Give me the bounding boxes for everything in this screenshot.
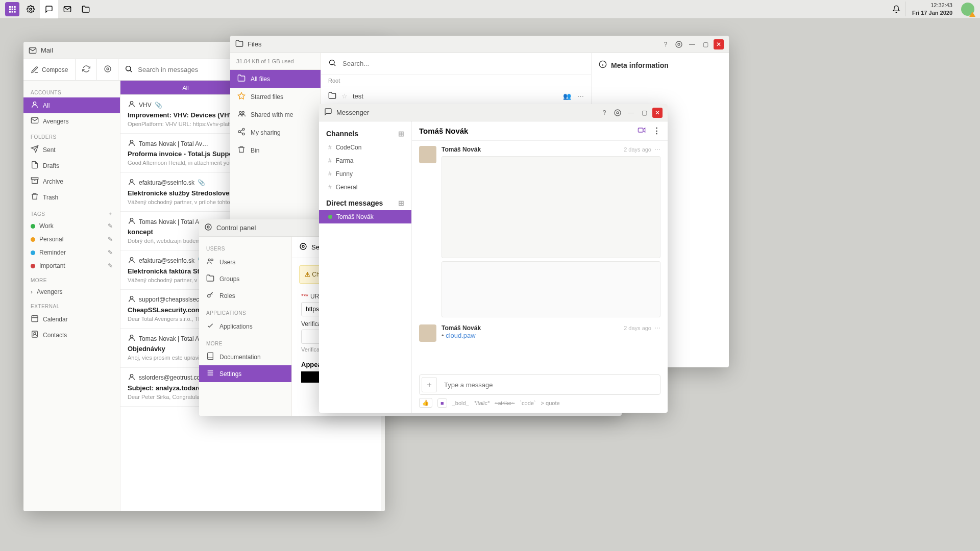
folder-sent[interactable]: Sent [23, 142, 120, 158]
chevron-right-icon: › [31, 288, 33, 295]
folder-archive[interactable]: Archive [23, 173, 120, 189]
tag-important[interactable]: Important✎ [23, 259, 120, 272]
files-button[interactable] [77, 0, 95, 18]
gear-icon [299, 242, 307, 252]
add-dm-button[interactable]: ⊞ [398, 199, 404, 207]
tag-reminder[interactable]: Reminder✎ [23, 246, 120, 259]
nav-my-sharing[interactable]: My sharing [230, 123, 321, 141]
messenger-titlebar[interactable]: Messenger ? ― ▢ ✕ [319, 104, 668, 121]
more-icon[interactable]: ⋯ [577, 92, 584, 100]
mail-button[interactable] [58, 0, 77, 18]
dm-item[interactable]: Tomáš Novák [319, 210, 411, 223]
pencil-icon[interactable]: ✎ [108, 249, 113, 256]
compose-button[interactable]: Compose [23, 59, 76, 80]
format-hints: 👍 ■ _bold_ *italic* ~strike~ `code` > qu… [419, 398, 660, 408]
channel-item[interactable]: #Farma [319, 154, 411, 167]
notifications-button[interactable] [887, 0, 905, 18]
svg-point-21 [130, 102, 133, 104]
message-more-button[interactable]: ⋯ [654, 146, 660, 153]
nav-documentation[interactable]: Documentation [199, 348, 291, 365]
tag-work[interactable]: Work✎ [23, 219, 120, 233]
video-button[interactable]: ■ [437, 398, 447, 408]
svg-point-29 [678, 43, 680, 45]
refresh-button[interactable] [76, 59, 97, 80]
help-button[interactable]: ? [660, 39, 671, 49]
mail-settings-button[interactable] [97, 59, 118, 80]
dot-icon [31, 264, 35, 268]
nav-roles[interactable]: Roles [199, 287, 291, 304]
more-avengers[interactable]: ›Avengers [23, 285, 120, 298]
svg-point-33 [242, 111, 244, 113]
more-button[interactable]: ⋮ [653, 126, 660, 136]
user-icon [128, 256, 136, 266]
minimize-button[interactable]: ― [626, 108, 636, 118]
nav-bin[interactable]: Bin [230, 141, 321, 159]
attach-button[interactable]: ＋ [422, 377, 437, 392]
nav-applications[interactable]: Applications [199, 318, 291, 335]
messenger-button[interactable] [40, 0, 58, 18]
avatar-icon [419, 146, 436, 163]
account-avengers[interactable]: Avengers [23, 113, 120, 129]
settings-button[interactable] [21, 0, 40, 18]
folder-drafts[interactable]: Drafts [23, 158, 120, 173]
settings-button[interactable] [674, 39, 684, 49]
avatar-icon [419, 324, 436, 342]
files-titlebar[interactable]: Files ? ― ▢ ✕ [230, 36, 729, 53]
chat-icon [45, 5, 53, 13]
file-row[interactable]: ☆ test 👥⋯ [321, 87, 591, 106]
account-all[interactable]: All [23, 97, 120, 113]
tag-personal[interactable]: Personal✎ [23, 233, 120, 246]
image-attachment[interactable] [442, 156, 660, 258]
user-icon [128, 334, 136, 343]
message-more-button[interactable]: ⋯ [654, 324, 660, 332]
folder-icon [206, 274, 214, 284]
nav-starred[interactable]: Starred files [230, 88, 321, 106]
thumbs-up-button[interactable]: 👍 [419, 398, 432, 408]
nav-users[interactable]: Users [199, 254, 291, 270]
add-tag-button[interactable]: ＋ [108, 210, 113, 217]
pencil-icon[interactable]: ✎ [108, 222, 113, 230]
video-call-button[interactable] [638, 126, 646, 136]
maximize-button[interactable]: ▢ [639, 108, 649, 118]
svg-rect-6 [9, 11, 11, 12]
minimize-button[interactable]: ― [687, 39, 697, 49]
help-button[interactable]: ? [599, 108, 609, 118]
close-button[interactable]: ✕ [714, 39, 724, 49]
nav-settings[interactable]: Settings [199, 365, 291, 382]
external-header: EXTERNAL [23, 298, 120, 311]
quota-text: 31.04 KB of 1 GB used [230, 53, 321, 70]
maximize-button[interactable]: ▢ [700, 39, 710, 49]
user-icon [128, 217, 136, 227]
apps-button[interactable] [3, 0, 21, 18]
breadcrumb[interactable]: Root [321, 74, 591, 87]
settings-button[interactable] [612, 108, 623, 118]
channel-item[interactable]: #CodeCon [319, 141, 411, 154]
compose-area: ＋ 👍 ■ _bold_ *italic* ~strike~ `code` > … [412, 370, 668, 413]
nav-all-files[interactable]: All files [230, 70, 321, 88]
files-search-input[interactable] [342, 60, 584, 67]
profile-button[interactable] [959, 0, 977, 18]
channel-item[interactable]: #General [319, 181, 411, 194]
nav-shared-with-me[interactable]: Shared with me [230, 106, 321, 123]
nav-groups[interactable]: Groups [199, 270, 291, 287]
messenger-window: Messenger ? ― ▢ ✕ Channels⊞ #CodeCon#Far… [319, 104, 668, 413]
close-button[interactable]: ✕ [652, 108, 663, 118]
svg-point-45 [300, 243, 306, 249]
external-calendar[interactable]: Calendar [23, 311, 120, 327]
share-icon [237, 128, 246, 137]
message-input[interactable] [441, 378, 658, 392]
svg-rect-4 [12, 8, 13, 10]
pencil-icon[interactable]: ✎ [108, 262, 113, 269]
pencil-icon [31, 66, 39, 74]
external-contacts[interactable]: Contacts [23, 327, 120, 343]
add-channel-button[interactable]: ⊞ [398, 130, 404, 138]
star-icon[interactable]: ☆ [341, 92, 348, 100]
message-thread[interactable]: Tomáš Novák2 days ago⋯ Tomáš Novák2 days… [412, 141, 668, 370]
image-attachment[interactable] [442, 261, 660, 317]
channel-item[interactable]: #Funny [319, 167, 411, 181]
message-link[interactable]: cloud.paw [442, 332, 660, 339]
users-icon[interactable]: 👥 [563, 92, 571, 100]
svg-rect-5 [14, 8, 15, 10]
pencil-icon[interactable]: ✎ [108, 236, 113, 243]
folder-trash[interactable]: Trash [23, 189, 120, 205]
